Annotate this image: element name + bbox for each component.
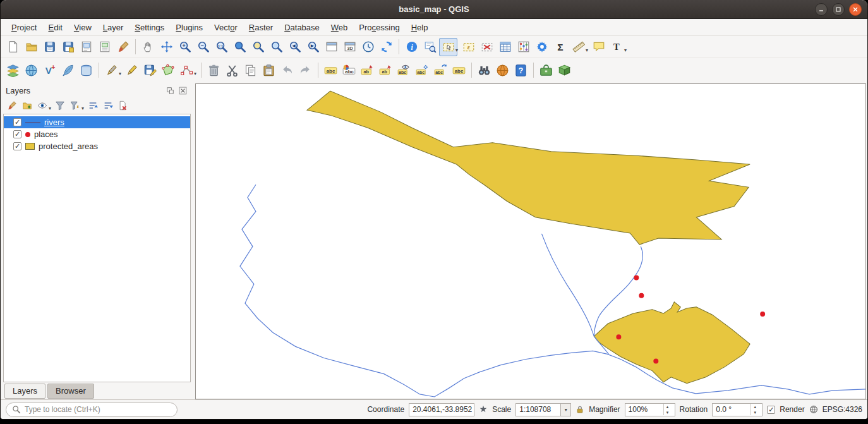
new-3d-map-view-button[interactable]: 3D	[341, 38, 359, 56]
menu-database[interactable]: Database	[279, 20, 325, 35]
menu-plugins[interactable]: Plugins	[170, 20, 208, 35]
grass-plugin-button[interactable]	[555, 61, 574, 80]
menu-layer[interactable]: Layer	[97, 20, 130, 35]
processing-plugin-button[interactable]	[537, 61, 555, 80]
change-label-button[interactable]: abc	[450, 61, 468, 80]
cut-features-button[interactable]	[223, 61, 241, 80]
filter-by-expression-button-dropdown[interactable]: ▾	[81, 106, 84, 111]
new-geopackage-layer-button[interactable]	[77, 61, 95, 80]
manage-map-themes-button-dropdown[interactable]: ▾	[49, 106, 51, 111]
close-button[interactable]	[849, 3, 862, 16]
menu-vector[interactable]: Vector	[208, 20, 243, 35]
select-features-button-dropdown[interactable]: ▾	[455, 47, 458, 53]
open-project-button[interactable]	[22, 38, 40, 56]
toggle-editing-button[interactable]	[123, 61, 141, 80]
map-tips-button[interactable]	[589, 38, 608, 56]
deselect-features-button[interactable]	[478, 38, 496, 56]
vertex-tool-button-dropdown[interactable]: ▾	[194, 71, 196, 76]
new-print-layout-button[interactable]	[77, 38, 95, 56]
zoom-out-button[interactable]: −	[194, 38, 212, 56]
help-button[interactable]: ?	[512, 61, 530, 80]
scale-input[interactable]: 1:108708	[515, 403, 561, 416]
panel-close-button[interactable]	[178, 86, 188, 95]
menu-raster[interactable]: Raster	[243, 20, 279, 35]
redo-button[interactable]	[296, 61, 315, 80]
save-layer-edits-button[interactable]	[141, 61, 159, 80]
refresh-button[interactable]	[377, 38, 395, 56]
manage-map-themes-button[interactable]	[35, 99, 49, 113]
save-project-as-button[interactable]	[59, 38, 77, 56]
pin-labels-button[interactable]: ab	[358, 61, 377, 80]
save-project-button[interactable]	[40, 38, 59, 56]
measure-button[interactable]	[569, 38, 588, 56]
panel-float-button[interactable]	[165, 86, 176, 95]
zoom-full-button[interactable]	[231, 38, 249, 56]
filter-by-expression-button[interactable]: ε	[68, 99, 82, 113]
minimize-button[interactable]	[815, 3, 828, 16]
select-features-button[interactable]	[439, 38, 457, 56]
layer-checkbox-protected_areas[interactable]: ✓	[13, 142, 21, 150]
menu-help[interactable]: Help	[406, 20, 434, 35]
web-plugin-button[interactable]	[493, 61, 512, 80]
statistical-summary-button[interactable]: Σ	[551, 38, 569, 56]
layer-item-rivers[interactable]: ✓rivers	[4, 116, 190, 128]
layer-item-places[interactable]: ✓places	[4, 128, 190, 140]
delete-selected-button[interactable]	[205, 61, 223, 80]
magnifier-spinbox[interactable]: 100% ▴▾	[625, 403, 675, 416]
rotation-spin-arrows[interactable]: ▴▾	[750, 404, 759, 415]
rotate-label-button[interactable]: abc	[431, 61, 450, 80]
current-edits-button[interactable]	[102, 61, 121, 80]
scale-combobox[interactable]: 1:108708 ▾	[515, 403, 571, 416]
add-layer-button[interactable]	[22, 61, 40, 80]
layer-item-protected_areas[interactable]: ✓protected_areas	[4, 140, 190, 152]
toggle-extents-button[interactable]	[479, 405, 488, 414]
coordinate-input[interactable]: 20.4061,-33.8952	[409, 403, 474, 416]
measure-button-dropdown[interactable]: ▾	[586, 47, 588, 53]
undo-button[interactable]	[278, 61, 296, 80]
new-map-view-button[interactable]	[322, 38, 341, 56]
vertex-tool-button[interactable]	[178, 61, 196, 80]
panel-tab-browser[interactable]: Browser	[47, 384, 94, 399]
layer-labeling-button[interactable]: abc	[322, 61, 340, 80]
open-layer-styling-button[interactable]	[4, 99, 19, 113]
zoom-native-button[interactable]: 1:1	[212, 38, 231, 56]
zoom-to-layer-button[interactable]	[267, 38, 286, 56]
new-vector-layer-button[interactable]: V+	[40, 61, 59, 80]
metasearch-button[interactable]	[475, 61, 493, 80]
copy-features-button[interactable]	[241, 61, 260, 80]
current-edits-button-dropdown[interactable]: ▾	[119, 71, 121, 76]
lock-scale-button[interactable]	[576, 405, 584, 414]
locate-search-input[interactable]: Type to locate (Ctrl+K)	[6, 403, 178, 417]
paste-features-button[interactable]	[260, 61, 278, 80]
menu-project[interactable]: Project	[6, 20, 42, 35]
new-shapefile-layer-button[interactable]	[59, 61, 77, 80]
layer-diagram-button[interactable]: abc	[340, 61, 358, 80]
scale-dropdown-arrow[interactable]: ▾	[561, 403, 571, 416]
add-feature-button[interactable]	[159, 61, 178, 80]
collapse-all-button[interactable]	[100, 99, 115, 113]
pan-map-button[interactable]	[139, 38, 157, 56]
menu-edit[interactable]: Edit	[42, 20, 68, 35]
rotation-spinbox[interactable]: 0.0 ° ▴▾	[712, 403, 763, 416]
menu-settings[interactable]: Settings	[129, 20, 170, 35]
map-canvas[interactable]	[195, 83, 866, 399]
select-by-expression-button[interactable]: ε	[459, 38, 478, 56]
menu-view[interactable]: View	[68, 20, 97, 35]
style-manager-button[interactable]	[114, 38, 132, 56]
processing-toolbox-button[interactable]	[533, 38, 551, 56]
temporal-controller-button[interactable]	[359, 38, 377, 56]
zoom-next-button[interactable]: ▸	[304, 38, 322, 56]
text-annotation-button-dropdown[interactable]: ▾	[624, 47, 627, 53]
magnifier-spin-arrows[interactable]: ▴▾	[663, 404, 672, 415]
panel-splitter[interactable]	[191, 83, 195, 399]
text-annotation-button[interactable]: T	[608, 38, 626, 56]
open-attribute-table-button[interactable]	[496, 38, 514, 56]
field-calculator-button[interactable]	[514, 38, 533, 56]
layer-checkbox-rivers[interactable]: ✓	[13, 118, 21, 126]
render-checkbox[interactable]: ✓	[767, 406, 775, 414]
show-hide-labels-button[interactable]: abc	[395, 61, 413, 80]
expand-all-button[interactable]	[85, 99, 100, 113]
titlebar[interactable]: basic_map - QGIS	[1, 0, 867, 19]
zoom-in-button[interactable]: +	[176, 38, 194, 56]
filter-legend-button[interactable]	[52, 99, 67, 113]
